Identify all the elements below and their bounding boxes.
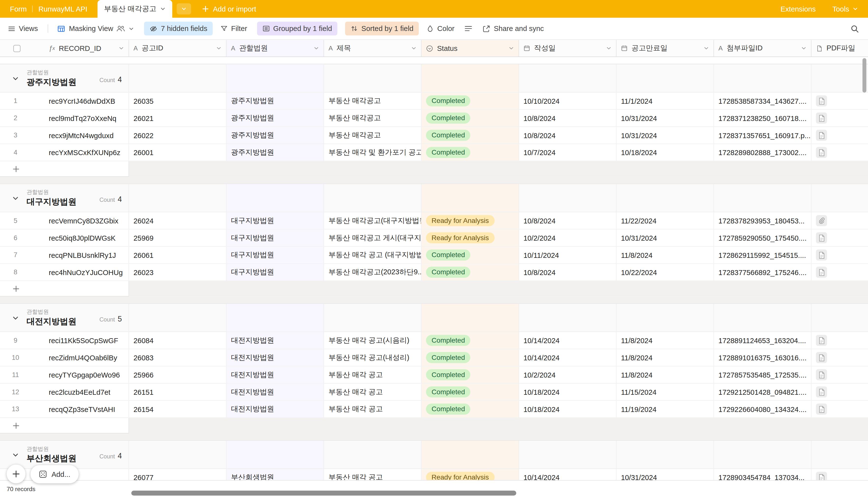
cell-status[interactable]: Completed bbox=[422, 144, 519, 161]
pdf-document-chip[interactable] bbox=[816, 403, 827, 415]
cell-attach[interactable]: 1729226604080_134324.... bbox=[714, 401, 811, 417]
cell-expires[interactable]: 10/31/2024 bbox=[617, 127, 714, 144]
cell-gonggo_id[interactable]: 26001 bbox=[129, 144, 226, 161]
cell-record_id[interactable]: 10recZidmU4QOab6lBy bbox=[0, 349, 129, 366]
cell-pdf[interactable] bbox=[811, 247, 868, 264]
table-list-chevron-button[interactable] bbox=[177, 3, 191, 14]
cell-expires[interactable]: 11/8/2024 bbox=[617, 247, 714, 264]
column-header-expires[interactable]: 공고만료일 bbox=[617, 40, 714, 57]
pdf-document-chip[interactable] bbox=[816, 147, 827, 158]
cell-gonggo_id[interactable]: 26083 bbox=[129, 349, 226, 366]
cell-created[interactable]: 10/8/2024 bbox=[519, 110, 617, 127]
views-button[interactable]: Views bbox=[8, 24, 38, 33]
cell-attach[interactable]: 1728538587334_143627.... bbox=[714, 93, 811, 109]
add-options-button[interactable]: Add... bbox=[30, 465, 78, 483]
cell-attach[interactable]: 1728377566892_175246.... bbox=[714, 264, 811, 281]
pdf-document-chip[interactable] bbox=[816, 130, 827, 141]
group-header-main-cell[interactable]: 관할법원대구지방법원Count4 bbox=[0, 184, 129, 212]
cell-expires[interactable]: 11/19/2024 bbox=[617, 401, 714, 417]
cell-attach[interactable]: 1728371238250_160718.... bbox=[714, 110, 811, 127]
cell-status[interactable]: Completed bbox=[422, 110, 519, 127]
cell-status[interactable]: Ready for Analysis bbox=[422, 230, 519, 246]
cell-status[interactable]: Completed bbox=[422, 93, 519, 109]
cell-court[interactable]: 광주지방법원 bbox=[226, 93, 324, 109]
add-record-button[interactable] bbox=[0, 418, 129, 433]
cell-expires[interactable]: 10/18/2024 bbox=[617, 144, 714, 161]
cell-attach[interactable]: 1728629115992_154515.... bbox=[714, 247, 811, 264]
cell-record_id[interactable]: 8rec4hNuOzYJuCOHUg bbox=[0, 264, 129, 281]
cell-pdf[interactable] bbox=[811, 110, 868, 127]
row-number[interactable]: 6 bbox=[0, 234, 31, 242]
cell-court[interactable]: 광주지방법원 bbox=[226, 110, 324, 127]
cell-record_id[interactable]: 1rec9YcrIJ46dwDdXB bbox=[0, 93, 129, 109]
cell-title[interactable]: 부동산 매각 공고 bbox=[324, 401, 422, 417]
column-header-status[interactable]: Status bbox=[422, 40, 519, 57]
pdf-document-chip[interactable] bbox=[816, 95, 827, 106]
column-header-court[interactable]: A관할법원 bbox=[226, 40, 324, 57]
cell-court[interactable]: 광주지방법원 bbox=[226, 127, 324, 144]
cell-expires[interactable]: 11/8/2024 bbox=[617, 367, 714, 383]
pdf-document-chip[interactable] bbox=[816, 232, 827, 243]
cell-title[interactable]: 부동산 매각 공고 bbox=[324, 367, 422, 383]
cell-expires[interactable]: 10/22/2024 bbox=[617, 264, 714, 281]
cell-court[interactable]: 대전지방법원 bbox=[226, 367, 324, 383]
color-button[interactable]: Color bbox=[427, 24, 454, 33]
cell-created[interactable]: 10/8/2024 bbox=[519, 212, 617, 229]
cell-expires[interactable]: 10/31/2024 bbox=[617, 469, 714, 480]
cell-record_id[interactable]: 6rec50iq8J0plDWGsK bbox=[0, 230, 129, 246]
cell-created[interactable]: 10/14/2024 bbox=[519, 332, 617, 349]
cell-title[interactable]: 부동산 매각공고 bbox=[324, 110, 422, 127]
add-or-import-button[interactable]: Add or import bbox=[197, 0, 262, 18]
pdf-document-chip[interactable] bbox=[816, 369, 827, 380]
column-header-record_id[interactable]: ƒxRECORD_ID bbox=[0, 40, 129, 57]
row-number[interactable]: 13 bbox=[0, 405, 31, 413]
cell-attach[interactable]: 1728891124653_163204.... bbox=[714, 332, 811, 349]
cell-created[interactable]: 10/2/2024 bbox=[519, 367, 617, 383]
cell-record_id[interactable]: 4recYxMSCxKfXUNp6z bbox=[0, 144, 129, 161]
cell-created[interactable]: 10/11/2024 bbox=[519, 247, 617, 264]
share-sync-button[interactable]: Share and sync bbox=[483, 24, 544, 33]
cell-attach[interactable]: 1728371357651_160917.p... bbox=[714, 127, 811, 144]
cell-court[interactable]: 광주지방법원 bbox=[226, 144, 324, 161]
cell-expires[interactable]: 10/31/2024 bbox=[617, 230, 714, 246]
cell-created[interactable]: 10/8/2024 bbox=[519, 127, 617, 144]
row-number[interactable]: 12 bbox=[0, 388, 31, 396]
cell-created[interactable]: 10/14/2024 bbox=[519, 349, 617, 366]
cell-gonggo_id[interactable]: 26023 bbox=[129, 264, 226, 281]
cell-attach[interactable]: 1727859290550_175450.... bbox=[714, 230, 811, 246]
cell-title[interactable]: 부동산 매각 공고 bbox=[324, 384, 422, 400]
cell-gonggo_id[interactable]: 26024 bbox=[129, 212, 226, 229]
group-collapse-chevron[interactable] bbox=[12, 452, 19, 458]
cell-record_id[interactable]: 7recqPNLBUsnklRy1J bbox=[0, 247, 129, 264]
pdf-document-chip[interactable] bbox=[816, 386, 827, 397]
cell-record_id[interactable]: 2recl9mdTq27oXxeNq bbox=[0, 110, 129, 127]
cell-attach[interactable]: 1727857535485_172535.... bbox=[714, 367, 811, 383]
group-collapse-chevron[interactable] bbox=[12, 195, 19, 202]
cell-gonggo_id[interactable]: 25966 bbox=[129, 367, 226, 383]
cell-record_id[interactable]: 9reci11Kk5SoCpSwGF bbox=[0, 332, 129, 349]
select-all-checkbox[interactable] bbox=[13, 45, 20, 52]
row-number[interactable]: 9 bbox=[0, 337, 31, 344]
cell-gonggo_id[interactable]: 25969 bbox=[129, 230, 226, 246]
cell-title[interactable]: 부동산 매각 공고 (대구지방법... bbox=[324, 247, 422, 264]
cell-created[interactable]: 10/14/2024 bbox=[519, 469, 617, 480]
cell-gonggo_id[interactable]: 26151 bbox=[129, 384, 226, 400]
cell-record_id[interactable]: 13recqQZp3seTVstAHI bbox=[0, 401, 129, 417]
row-number[interactable]: 3 bbox=[0, 131, 31, 139]
cell-pdf[interactable] bbox=[811, 212, 868, 229]
cell-gonggo_id[interactable]: 26061 bbox=[129, 247, 226, 264]
cell-court[interactable]: 대전지방법원 bbox=[226, 384, 324, 400]
cell-gonggo_id[interactable]: 26077 bbox=[129, 469, 226, 480]
cell-status[interactable]: Completed bbox=[422, 384, 519, 400]
cell-expires[interactable]: 11/22/2024 bbox=[617, 212, 714, 229]
hidden-fields-button[interactable]: 7 hidden fields bbox=[144, 22, 213, 36]
cell-expires[interactable]: 11/15/2024 bbox=[617, 384, 714, 400]
cell-attach[interactable]: 1728903454784_137034... bbox=[714, 469, 811, 480]
cell-attach[interactable]: 1729212501428_094821.... bbox=[714, 384, 811, 400]
cell-created[interactable]: 10/7/2024 bbox=[519, 144, 617, 161]
cell-status[interactable]: Completed bbox=[422, 247, 519, 264]
cell-expires[interactable]: 11/8/2024 bbox=[617, 332, 714, 349]
cell-record_id[interactable]: 3recx9jMtcN4wgduxd bbox=[0, 127, 129, 144]
tools-button[interactable]: Tools bbox=[833, 5, 858, 13]
tab-runwayml-api[interactable]: RunwayML API bbox=[33, 0, 93, 18]
